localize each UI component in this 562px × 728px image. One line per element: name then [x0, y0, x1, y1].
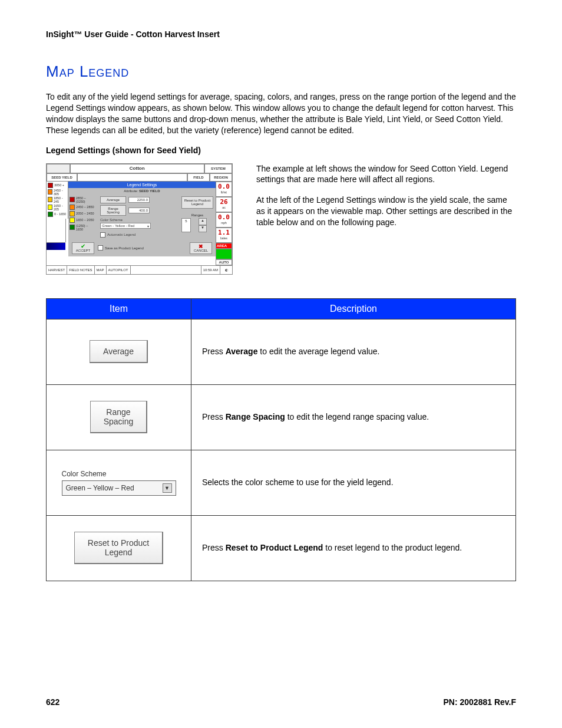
part-number: PN: 2002881 Rev.F — [444, 697, 516, 707]
table-row: Color SchemeGreen – Yellow – Red▼Selects… — [47, 450, 516, 515]
clock: 10:59 AM — [201, 266, 220, 274]
table-description: Press Reset to Product Legend to reset l… — [191, 515, 516, 581]
auto-button[interactable]: AUTO — [216, 259, 232, 265]
doc-header: InSight™ User Guide - Cotton Harvest Ins… — [46, 29, 516, 39]
section-title: Map Legend — [46, 62, 516, 81]
color-scheme-select[interactable]: Color SchemeGreen – Yellow – Red▼ — [62, 470, 176, 496]
meter: 0.0lb/ac — [216, 182, 232, 197]
app-title: Cotton — [70, 164, 204, 173]
bottom-tab[interactable]: AUTOPILOT — [107, 266, 131, 274]
system-button[interactable]: SYSTEM — [204, 164, 232, 173]
region-tab[interactable]: REGION — [210, 173, 232, 182]
average-button[interactable]: Average — [90, 340, 148, 363]
table-description: Press Range Spacing to edit the legend r… — [191, 384, 516, 450]
page-number: 622 — [46, 697, 59, 707]
range-spacing-button[interactable]: RangeSpacing — [90, 401, 148, 433]
reset-product-legend-mini-button[interactable]: Reset to Product Legend — [181, 196, 213, 209]
range-spacing-value[interactable]: 400.0 — [128, 207, 150, 213]
average-mini-button[interactable]: Average — [100, 196, 126, 203]
legend-settings-subhead: Legend Settings (shown for Seed Yield) — [46, 146, 516, 155]
color-scheme-mini-label: Color Scheme — [100, 218, 176, 222]
attribute-label: Attribute: — [124, 189, 138, 193]
accept-button[interactable]: ✔ACCEPT — [72, 242, 94, 254]
reset-product-legend-button[interactable]: Reset to ProductLegend — [74, 532, 163, 564]
bottom-tab[interactable]: MAP — [95, 266, 107, 274]
meter: 0.0mph — [216, 212, 232, 228]
ranges-value[interactable]: 5 — [181, 218, 191, 232]
globe-icon: ◐ — [220, 266, 232, 274]
attribute-value: SEED YIELD — [139, 189, 160, 193]
automatic-legend-checkbox[interactable] — [100, 232, 105, 238]
color-scheme-mini-select[interactable]: Green - Yellow - Red ▾ — [100, 223, 151, 229]
area-button[interactable]: AREA — [216, 243, 232, 249]
map-legend-scale[interactable]: 3050 +2450 - 3051850 - 2451650 - 2050 - … — [47, 182, 68, 219]
save-as-product-label: Save as Product Legend — [105, 246, 144, 250]
legend-inner-scale[interactable]: 2850 – (3250)2450 – 28502050 – 24501650 … — [68, 194, 97, 240]
ranges-label: Ranges — [181, 213, 213, 217]
cancel-button[interactable]: ✖CANCEL — [190, 242, 212, 254]
save-as-product-checkbox[interactable] — [98, 245, 103, 251]
range-spacing-mini-button[interactable]: Range Spacing — [100, 205, 126, 216]
intro-paragraph: To edit any of the yield legend settings… — [46, 91, 516, 136]
legend-settings-screenshot: Cotton SYSTEM SEED YIELD FIELD REGION 30… — [46, 163, 233, 275]
automatic-legend-label: Automatic Legend — [107, 233, 135, 236]
table-row: RangeSpacingPress Range Spacing to edit … — [47, 384, 516, 450]
table-description: Press Average to edit the average legend… — [191, 319, 516, 384]
meter: 1.1bales — [216, 228, 232, 243]
ranges-spinner[interactable]: ▲▼ — [199, 218, 207, 232]
table-row: AveragePress Average to edit the average… — [47, 319, 516, 384]
table-header-item: Item — [47, 298, 191, 319]
right-paragraph-2: At the left of the Legend Settings windo… — [256, 195, 516, 228]
legend-settings-header: Legend Settings — [68, 182, 216, 188]
average-value[interactable]: 2250.0 — [128, 197, 150, 203]
gps-icons — [47, 219, 66, 242]
field-tab[interactable]: FIELD — [187, 173, 210, 182]
settings-table: Item Description AveragePress Average to… — [46, 298, 516, 581]
meter: 26ac — [216, 197, 232, 212]
bottom-tab[interactable]: FIELD NOTES — [67, 266, 94, 274]
right-paragraph-1: The example at left shows the window for… — [256, 163, 516, 186]
flag-indicator — [216, 249, 232, 259]
table-header-description: Description — [191, 298, 516, 319]
table-row: Reset to ProductLegendPress Reset to Pro… — [47, 515, 516, 581]
table-description: Selects the color scheme to use for the … — [191, 450, 516, 515]
bottom-tab[interactable]: HARVEST — [47, 266, 67, 274]
seed-yield-tab[interactable]: SEED YIELD — [47, 173, 77, 182]
